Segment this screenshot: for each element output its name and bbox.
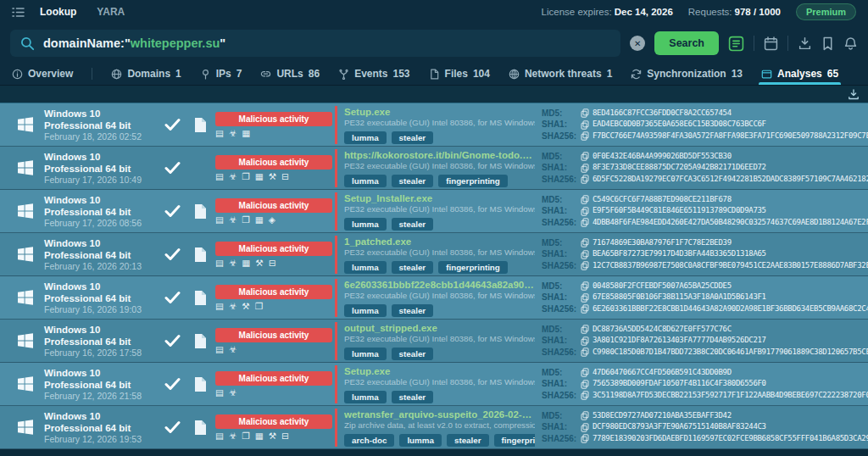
tag-lumma[interactable]: lumma — [344, 218, 387, 231]
tag-lumma[interactable]: lumma — [344, 261, 387, 274]
tag-fingerprinting[interactable]: fingerprinting — [438, 175, 508, 187]
tag-stealer[interactable]: stealer — [392, 261, 434, 274]
calendar-icon[interactable] — [764, 36, 778, 51]
copy-icon[interactable] — [581, 325, 593, 334]
analysis-row[interactable]: Windows 10 Professional 64 bitFebruary 1… — [0, 190, 868, 233]
copy-icon[interactable] — [581, 131, 593, 141]
report-doc-icon[interactable] — [190, 377, 210, 392]
tab-analyses[interactable]: Analyses65 — [761, 63, 838, 85]
copy-icon[interactable] — [581, 391, 593, 400]
copy-icon[interactable] — [581, 152, 593, 161]
file-name[interactable]: wetransfer_arquivo-suspeito_2026-02-11_1… — [344, 409, 535, 420]
copy-icon[interactable] — [581, 120, 593, 130]
file-name[interactable]: https://kokorostore.it/bin/Gnome-todo.ex… — [344, 149, 535, 161]
copy-icon[interactable] — [581, 368, 593, 377]
bookmark-icon[interactable] — [821, 36, 834, 51]
tag-lumma[interactable]: lumma — [399, 434, 442, 447]
tag-arch-doc[interactable]: arch-doc — [344, 434, 394, 447]
tag-lumma[interactable]: lumma — [344, 391, 387, 403]
tag-lumma[interactable]: lumma — [344, 131, 387, 144]
report-doc-icon[interactable] — [190, 291, 210, 305]
copy-icon[interactable] — [581, 293, 593, 303]
tab-synchronization[interactable]: Synchronization13 — [631, 63, 743, 85]
copy-icon[interactable] — [581, 380, 593, 389]
copy-icon[interactable] — [581, 195, 593, 204]
tag-lumma[interactable]: lumma — [344, 304, 387, 317]
file-description: PE32 executable (GUI) Intel 80386, for M… — [344, 161, 535, 171]
analysis-date: February 17, 2026 08:56 — [44, 218, 156, 229]
copy-icon[interactable] — [581, 411, 593, 420]
analysis-row[interactable]: Windows 10 Professional 64 bitFebruary 1… — [0, 147, 868, 190]
tag-fingerprinting[interactable]: fingerprinting — [438, 261, 508, 274]
export-icon[interactable] — [848, 89, 860, 100]
search-input[interactable]: domainName:"whitepepper.su" — [10, 30, 620, 57]
tab-events[interactable]: Events153 — [338, 63, 409, 85]
copy-icon[interactable] — [581, 304, 593, 314]
file-name[interactable]: Setup.exe — [344, 365, 535, 377]
tag-lumma[interactable]: lumma — [344, 175, 387, 187]
copy-icon[interactable] — [581, 164, 593, 173]
bell-icon[interactable] — [843, 36, 858, 51]
search-button[interactable]: Search — [654, 31, 719, 55]
nav-tab-lookup[interactable]: Lookup — [40, 6, 76, 18]
copy-icon[interactable] — [581, 250, 593, 259]
file-name[interactable]: 6e2603361bbbf22e8cbb1d44643a82a90d2a98e1… — [344, 279, 535, 291]
tag-stealer[interactable]: stealer — [392, 131, 434, 144]
os-name: Windows 10 Professional 64 bit — [44, 410, 156, 434]
tag-stealer[interactable]: stealer — [392, 175, 434, 187]
environment-info: Windows 10 Professional 64 bitFebruary 1… — [44, 108, 156, 142]
hash-value: BEA65BF87273E79917D4D3BFA44B3365D1318A65 — [593, 248, 766, 260]
file-name[interactable]: Setup_Installer.exe — [344, 192, 535, 204]
malicious-activity-badge: Malicious activity — [215, 414, 332, 429]
menu-icon[interactable] — [12, 7, 25, 18]
copy-icon[interactable] — [581, 348, 593, 357]
report-doc-icon[interactable] — [190, 204, 210, 219]
table-icon: ▦ — [255, 172, 264, 181]
copy-icon[interactable] — [581, 218, 593, 227]
file-name[interactable]: 1_patched.exe — [344, 236, 535, 247]
tab-files[interactable]: Files104 — [429, 63, 490, 85]
clear-search-button[interactable]: ✕ — [630, 36, 645, 51]
copy-icon[interactable] — [581, 336, 593, 346]
copy-icon[interactable] — [581, 281, 593, 291]
file-icon — [429, 69, 440, 80]
report-doc-icon[interactable] — [190, 334, 210, 348]
report-doc-icon[interactable] — [190, 247, 210, 262]
query-history-icon[interactable] — [728, 36, 744, 52]
analysis-row[interactable]: Windows 10 Professional 64 bitFebruary 1… — [0, 363, 868, 406]
copy-icon[interactable] — [581, 238, 593, 247]
file-name[interactable]: Setup.exe — [344, 106, 535, 118]
report-doc-icon[interactable] — [190, 118, 210, 132]
copy-icon[interactable] — [581, 207, 593, 216]
analysis-row[interactable]: Windows 10 Professional 64 bitFebruary 1… — [0, 406, 868, 449]
analysis-row[interactable]: Windows 10 Professional 64 bitFebruary 1… — [0, 276, 868, 320]
hash-label: MD5: — [542, 237, 581, 249]
tag-stealer[interactable]: stealer — [392, 391, 434, 403]
report-doc-icon[interactable] — [190, 420, 210, 435]
analysis-row[interactable]: Windows 10 Professional 64 bitFebruary 1… — [0, 233, 868, 276]
copy-icon[interactable] — [581, 108, 593, 118]
tab-urls[interactable]: URLs86 — [260, 63, 320, 85]
hash-label: MD5: — [542, 151, 581, 163]
download-icon[interactable] — [798, 36, 812, 50]
tag-fingerprinting[interactable]: fingerprinting — [494, 434, 535, 447]
tag-list: lummastealer — [344, 304, 535, 317]
copy-icon[interactable] — [581, 423, 593, 432]
copy-icon[interactable] — [581, 175, 593, 184]
analysis-row[interactable]: Windows 10 Professional 64 bitFebruary 1… — [0, 103, 868, 147]
tag-lumma[interactable]: lumma — [344, 348, 387, 360]
tab-domains[interactable]: Domains1 — [111, 63, 181, 85]
tab-ips[interactable]: IPs7 — [200, 63, 242, 85]
file-name[interactable]: output_stripped.exe — [344, 322, 535, 334]
copy-icon[interactable] — [581, 261, 593, 270]
tab-network-threats[interactable]: Network threats1 — [509, 63, 612, 85]
tag-stealer[interactable]: stealer — [447, 434, 489, 447]
tab-overview[interactable]: Overview — [12, 63, 73, 85]
analysis-row[interactable]: Windows 10 Professional 64 bitFebruary 1… — [0, 320, 868, 363]
tag-stealer[interactable]: stealer — [392, 348, 434, 360]
copy-icon[interactable] — [581, 434, 593, 443]
nav-tab-yara[interactable]: YARA — [97, 6, 125, 18]
tag-stealer[interactable]: stealer — [392, 304, 434, 317]
tag-list: lummastealer — [344, 131, 535, 144]
tag-stealer[interactable]: stealer — [392, 218, 434, 231]
